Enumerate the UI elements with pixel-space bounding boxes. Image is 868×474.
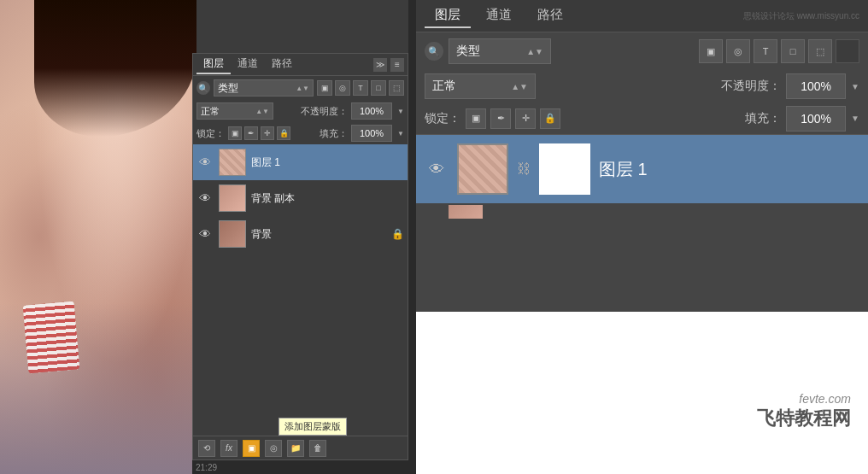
adjustment-btn[interactable]: ◎ bbox=[265, 440, 282, 457]
large-eye-icon-layer1[interactable]: 👁 bbox=[425, 157, 449, 181]
filter-type-select-small[interactable]: 类型 ▲▼ bbox=[214, 79, 314, 97]
watermark-text: 思锐设计论坛 www.missyun.cc bbox=[743, 10, 859, 22]
lock-pixel-icon-large[interactable]: ▣ bbox=[466, 108, 486, 129]
panel-bottom-small: ⟲ fx ▣ ◎ 📁 🗑 bbox=[193, 436, 408, 459]
filter-pixel-icon[interactable]: ▣ bbox=[317, 80, 332, 96]
opacity-chevron-small: ▼ bbox=[397, 108, 404, 115]
layer-item-3[interactable]: 👁 背景 🔒 bbox=[193, 216, 408, 252]
status-time: 21:29 bbox=[196, 463, 217, 472]
eye-icon-layer2[interactable]: 👁 bbox=[196, 190, 214, 207]
blend-chevron-small: ▲▼ bbox=[255, 108, 269, 115]
link-btn[interactable]: ⟲ bbox=[198, 440, 215, 457]
panel-tabs-small: 图层 通道 路径 ≫ ≡ bbox=[193, 54, 408, 76]
brand-watermark: fevte.com 飞特教程网 bbox=[757, 392, 851, 431]
panel-expand-btn[interactable]: ≫ bbox=[373, 58, 387, 72]
layer-thumb-texture-1 bbox=[220, 149, 245, 175]
search-icon-small: 🔍 bbox=[196, 81, 210, 95]
layer-item-2[interactable]: 👁 背景 副本 bbox=[193, 180, 408, 216]
lock-pixel-icon[interactable]: ▣ bbox=[228, 126, 242, 140]
tooltip-add-mask: 添加图层蒙版 bbox=[279, 418, 347, 436]
panel-divider bbox=[408, 0, 416, 474]
fill-value-small[interactable]: 100% bbox=[351, 125, 392, 142]
layer-item-1[interactable]: 👁 图层 1 bbox=[193, 144, 408, 180]
large-layer-texture-fill bbox=[459, 145, 507, 193]
blend-mode-select-small[interactable]: 正常 ▲▼ bbox=[196, 102, 273, 120]
filter-adjust-icon-large[interactable]: ◎ bbox=[726, 39, 750, 63]
layer-name-3: 背景 bbox=[251, 227, 386, 242]
tab-layers-large[interactable]: 图层 bbox=[425, 3, 471, 28]
blend-row-large: 正常 ▲▼ 不透明度： 100% ▼ bbox=[416, 70, 868, 102]
opacity-value-large[interactable]: 100% bbox=[786, 73, 846, 99]
add-mask-btn[interactable]: ▣ bbox=[243, 440, 260, 457]
filter-shape-icon[interactable]: □ bbox=[371, 80, 386, 96]
large-layer-item-2-partial[interactable] bbox=[416, 203, 868, 220]
large-layer-name-1: 图层 1 bbox=[599, 158, 859, 181]
photo-background bbox=[0, 0, 196, 474]
filter-row-large: 🔍 类型 ▲▼ ▣ ◎ T □ ⬚ bbox=[416, 32, 868, 70]
layer-thumb-1 bbox=[219, 149, 246, 176]
filter-text-icon-large[interactable]: T bbox=[754, 39, 777, 63]
lock-row-large: 锁定： ▣ ✒ ✛ 🔒 填充： 100% ▼ bbox=[416, 102, 868, 135]
layer-thumb-face-2 bbox=[220, 185, 245, 211]
blend-mode-select-large[interactable]: 正常 ▲▼ bbox=[425, 73, 536, 99]
blend-row-small: 正常 ▲▼ 不透明度： 100% ▼ bbox=[193, 100, 408, 122]
opacity-value-small[interactable]: 100% bbox=[351, 102, 392, 120]
lock-label-large: 锁定： bbox=[425, 111, 460, 126]
tab-channels-small[interactable]: 通道 bbox=[231, 55, 265, 74]
filter-shape-icon-large[interactable]: □ bbox=[781, 39, 805, 63]
filter-text-icon[interactable]: T bbox=[353, 80, 368, 96]
opacity-chevron-large: ▼ bbox=[851, 82, 859, 91]
fill-chevron-small: ▼ bbox=[397, 130, 404, 138]
photo-hair bbox=[34, 0, 196, 137]
filter-select-chevron-large: ▲▼ bbox=[526, 47, 543, 56]
eye-icon-layer3[interactable]: 👁 bbox=[196, 225, 214, 243]
filter-pixel-icon-large[interactable]: ▣ bbox=[699, 39, 723, 63]
large-layer-item-1[interactable]: 👁 ⛓ 图层 1 bbox=[416, 135, 868, 203]
tab-paths-large[interactable]: 路径 bbox=[527, 3, 573, 28]
eye-icon-layer1[interactable]: 👁 bbox=[196, 154, 214, 171]
group-btn[interactable]: 📁 bbox=[287, 440, 304, 457]
search-icon-large: 🔍 bbox=[425, 42, 443, 61]
filter-adjust-icon[interactable]: ◎ bbox=[335, 80, 350, 96]
delete-btn[interactable]: 🗑 bbox=[309, 440, 326, 457]
large-layer-mask bbox=[539, 143, 590, 195]
layer-name-2: 背景 副本 bbox=[251, 191, 404, 206]
layers-panel-small: 图层 通道 路径 ≫ ≡ 🔍 类型 ▲▼ ▣ ◎ T □ ⬚ 正常 ▲▼ 不透明… bbox=[192, 53, 408, 460]
panel-menu-btn[interactable]: ≡ bbox=[390, 58, 404, 72]
lock-move-icon-large[interactable]: ✛ bbox=[515, 108, 536, 129]
filter-icons-small: ▣ ◎ T □ ⬚ bbox=[317, 80, 404, 96]
layer-lock-icon: 🔒 bbox=[391, 228, 404, 240]
tab-channels-large[interactable]: 通道 bbox=[476, 3, 522, 28]
large-layer-partial-fill bbox=[449, 205, 483, 219]
filter-smart-icon-large[interactable]: ⬚ bbox=[808, 39, 832, 63]
filter-row-small: 🔍 类型 ▲▼ ▣ ◎ T □ ⬚ bbox=[193, 76, 408, 100]
lock-move-icon[interactable]: ✛ bbox=[261, 126, 274, 140]
lock-draw-icon-large[interactable]: ✒ bbox=[490, 108, 511, 129]
filter-select-chevron: ▲▼ bbox=[296, 85, 309, 92]
brand-url: fevte.com bbox=[757, 392, 851, 406]
lock-draw-icon[interactable]: ✒ bbox=[244, 126, 258, 140]
filter-smart-icon[interactable]: ⬚ bbox=[389, 80, 404, 96]
tab-paths-small[interactable]: 路径 bbox=[265, 55, 299, 74]
layer-thumb-2 bbox=[219, 184, 246, 212]
layer-thumb-face-3 bbox=[220, 221, 245, 247]
tab-layers-small[interactable]: 图层 bbox=[196, 55, 231, 74]
filter-type-select-large[interactable]: 类型 ▲▼ bbox=[449, 38, 551, 64]
filter-icons-large: ▣ ◎ T □ ⬚ bbox=[699, 39, 859, 63]
brand-name: 飞特教程网 bbox=[757, 406, 851, 431]
lock-all-icon[interactable]: 🔒 bbox=[277, 126, 290, 140]
fill-chevron-large: ▼ bbox=[851, 114, 859, 123]
fx-btn[interactable]: fx bbox=[220, 440, 238, 457]
lock-icons-large: ▣ ✒ ✛ 🔒 bbox=[466, 108, 560, 129]
lock-all-icon-large[interactable]: 🔒 bbox=[540, 108, 560, 129]
lock-label-small: 锁定： bbox=[196, 127, 225, 140]
panel-tabs-right: ≫ ≡ bbox=[373, 58, 404, 72]
filter-extra-icon-large[interactable] bbox=[836, 39, 859, 63]
layer-thumb-3 bbox=[219, 220, 246, 248]
chain-link-icon: ⛓ bbox=[517, 161, 531, 177]
opacity-label-large: 不透明度： bbox=[721, 79, 781, 94]
lock-row-small: 锁定： ▣ ✒ ✛ 🔒 填充： 100% ▼ bbox=[193, 122, 408, 144]
fill-value-large[interactable]: 100% bbox=[786, 106, 846, 132]
panel-tabs-large: 图层 通道 路径 思锐设计论坛 www.missyun.cc bbox=[416, 0, 868, 32]
large-layer-thumb-texture bbox=[457, 143, 508, 195]
